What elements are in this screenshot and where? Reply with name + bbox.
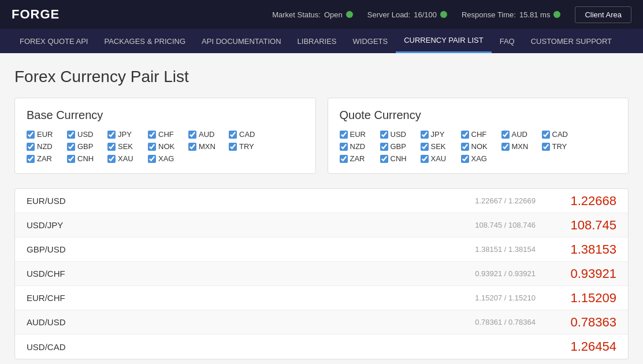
- bid-ask: 0.93921 / 0.93921: [475, 269, 536, 278]
- base-xag-checkbox[interactable]: [148, 155, 156, 163]
- response-time-label: Response Time:: [462, 10, 516, 19]
- pair-name: USD/JPY: [27, 220, 475, 230]
- base-try[interactable]: TRY: [229, 142, 269, 151]
- quote-gbp[interactable]: GBP: [380, 142, 421, 151]
- price: 1.22668: [547, 194, 616, 209]
- page-title: Forex Currency Pair List: [14, 68, 629, 86]
- header: FORGE Market Status: Open Server Load: 1…: [0, 0, 643, 29]
- base-mxn[interactable]: MXN: [188, 142, 229, 151]
- base-aud[interactable]: AUD: [188, 130, 229, 139]
- base-eur-checkbox[interactable]: [27, 131, 35, 139]
- price: 1.15209: [547, 291, 616, 306]
- table-row[interactable]: USD/CHF 0.93921 / 0.93921 0.93921: [15, 262, 628, 286]
- nav-currency-pair-list[interactable]: CURRENCY PAIR LIST: [396, 29, 492, 53]
- quote-usd[interactable]: USD: [380, 130, 421, 139]
- quote-cnh-checkbox[interactable]: [380, 155, 388, 163]
- base-xau[interactable]: XAU: [107, 154, 148, 163]
- base-nok-checkbox[interactable]: [148, 143, 156, 151]
- base-zar[interactable]: ZAR: [27, 154, 67, 163]
- nav-customer-support[interactable]: CUSTOMER SUPPORT: [523, 29, 620, 53]
- quote-cnh[interactable]: CNH: [380, 154, 421, 163]
- quote-xag-checkbox[interactable]: [461, 155, 469, 163]
- nav-libraries[interactable]: LIBRARIES: [289, 29, 345, 53]
- base-zar-checkbox[interactable]: [27, 155, 35, 163]
- table-row[interactable]: USD/CAD 1.26454: [15, 335, 628, 359]
- base-chf-checkbox[interactable]: [148, 131, 156, 139]
- quote-eur[interactable]: EUR: [340, 130, 380, 139]
- quote-nok[interactable]: NOK: [461, 142, 501, 151]
- base-xag[interactable]: XAG: [148, 154, 188, 163]
- base-gbp[interactable]: GBP: [67, 142, 107, 151]
- quote-zar[interactable]: ZAR: [340, 154, 380, 163]
- quote-jpy[interactable]: JPY: [421, 130, 461, 139]
- response-time: Response Time: 15.81 ms: [462, 10, 560, 19]
- table-row[interactable]: EUR/CHF 1.15207 / 1.15210 1.15209: [15, 286, 628, 310]
- base-chf[interactable]: CHF: [148, 130, 188, 139]
- quote-try[interactable]: TRY: [542, 142, 582, 151]
- market-status-dot: [346, 11, 353, 18]
- quote-usd-checkbox[interactable]: [380, 131, 388, 139]
- page-content: Forex Currency Pair List Base Currency E…: [0, 53, 643, 364]
- quote-try-checkbox[interactable]: [542, 143, 550, 151]
- base-currency-checkboxes: EUR USD JPY CHF AUD CAD NZD GBP SEK NOK …: [27, 130, 304, 163]
- base-sek-checkbox[interactable]: [107, 143, 116, 151]
- nav-packages-pricing[interactable]: PACKAGES & PRICING: [96, 29, 194, 53]
- quote-chf[interactable]: CHF: [461, 130, 501, 139]
- table-row[interactable]: AUD/USD 0.78361 / 0.78364 0.78363: [15, 310, 628, 335]
- base-gbp-checkbox[interactable]: [67, 143, 75, 151]
- logo: FORGE: [12, 7, 60, 22]
- bid-ask: 1.15207 / 1.15210: [475, 294, 536, 302]
- bid-ask: 1.38151 / 1.38154: [475, 245, 536, 254]
- quote-eur-checkbox[interactable]: [340, 131, 348, 139]
- quote-xau-checkbox[interactable]: [421, 155, 429, 163]
- base-xau-checkbox[interactable]: [107, 155, 116, 163]
- nav-widgets[interactable]: WIDGETS: [345, 29, 396, 53]
- base-usd-checkbox[interactable]: [67, 131, 75, 139]
- quote-nok-checkbox[interactable]: [461, 143, 469, 151]
- base-nzd[interactable]: NZD: [27, 142, 67, 151]
- quote-chf-checkbox[interactable]: [461, 131, 469, 139]
- quote-aud[interactable]: AUD: [501, 130, 542, 139]
- base-nok[interactable]: NOK: [148, 142, 188, 151]
- quote-nzd-checkbox[interactable]: [340, 143, 348, 151]
- base-cad-checkbox[interactable]: [229, 131, 237, 139]
- table-row[interactable]: GBP/USD 1.38151 / 1.38154 1.38153: [15, 237, 628, 262]
- quote-mxn-checkbox[interactable]: [501, 143, 510, 151]
- base-nzd-checkbox[interactable]: [27, 143, 35, 151]
- base-usd[interactable]: USD: [67, 130, 107, 139]
- client-area-button[interactable]: Client Area: [575, 6, 631, 23]
- response-time-value: 15.81 ms: [519, 10, 550, 19]
- quote-cad[interactable]: CAD: [542, 130, 582, 139]
- pair-name: USD/CHF: [27, 269, 475, 278]
- quote-jpy-checkbox[interactable]: [421, 131, 429, 139]
- nav-api-documentation[interactable]: API DOCUMENTATION: [194, 29, 289, 53]
- table-row[interactable]: USD/JPY 108.745 / 108.746 108.745: [15, 213, 628, 237]
- quote-xag[interactable]: XAG: [461, 154, 501, 163]
- server-load: Server Load: 16/100: [367, 10, 447, 19]
- quote-aud-checkbox[interactable]: [501, 131, 510, 139]
- quote-zar-checkbox[interactable]: [340, 155, 348, 163]
- nav-faq[interactable]: FAQ: [492, 29, 523, 53]
- base-jpy-checkbox[interactable]: [107, 131, 116, 139]
- base-try-checkbox[interactable]: [229, 143, 237, 151]
- quote-gbp-checkbox[interactable]: [380, 143, 388, 151]
- base-cnh[interactable]: CNH: [67, 154, 107, 163]
- table-row[interactable]: EUR/USD 1.22667 / 1.22669 1.22668: [15, 189, 628, 213]
- quote-mxn[interactable]: MXN: [501, 142, 542, 151]
- nav-forex-quote-api[interactable]: FOREX QUOTE API: [12, 29, 96, 53]
- price: 1.26454: [547, 339, 616, 354]
- quote-nzd[interactable]: NZD: [340, 142, 380, 151]
- pair-name: GBP/USD: [27, 244, 475, 254]
- base-sek[interactable]: SEK: [107, 142, 148, 151]
- quote-xau[interactable]: XAU: [421, 154, 461, 163]
- base-aud-checkbox[interactable]: [188, 131, 196, 139]
- pair-name: EUR/USD: [27, 196, 475, 206]
- base-jpy[interactable]: JPY: [107, 130, 148, 139]
- base-cnh-checkbox[interactable]: [67, 155, 75, 163]
- quote-sek-checkbox[interactable]: [421, 143, 429, 151]
- base-eur[interactable]: EUR: [27, 130, 67, 139]
- base-mxn-checkbox[interactable]: [188, 143, 196, 151]
- quote-sek[interactable]: SEK: [421, 142, 461, 151]
- base-cad[interactable]: CAD: [229, 130, 269, 139]
- quote-cad-checkbox[interactable]: [542, 131, 550, 139]
